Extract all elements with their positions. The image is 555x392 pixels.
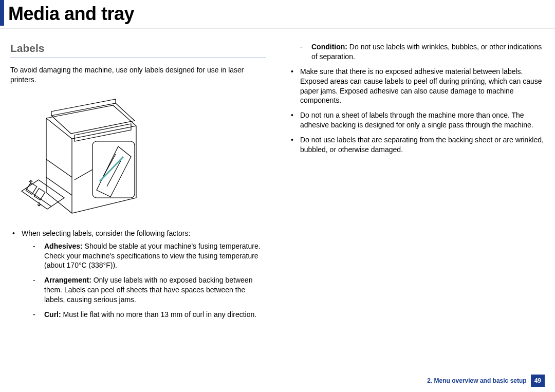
- footer-chapter: 2. Menu overview and basic setup: [427, 377, 526, 384]
- dash-icon: -: [33, 275, 44, 305]
- right-bullet-list: • Make sure that there is no exposed adh…: [289, 67, 545, 155]
- section-title: Labels: [10, 42, 266, 54]
- sub-label: Condition:: [311, 43, 347, 51]
- sub-label: Arrangement:: [44, 276, 91, 284]
- section-rule: [10, 58, 266, 58]
- svg-rect-2: [92, 141, 135, 198]
- sub-text: Must lie flat with no more than 13 mm of…: [61, 310, 257, 319]
- intro-text: To avoid damaging the machine, use only …: [10, 65, 266, 85]
- page-header: Media and tray: [0, 0, 555, 26]
- printer-illustration: [15, 90, 149, 223]
- page-title: Media and tray: [8, 3, 555, 25]
- list-item: - Curl: Must lie flat with no more than …: [33, 310, 266, 320]
- sub-label: Curl:: [44, 310, 61, 319]
- list-item: • Make sure that there is no exposed adh…: [289, 67, 545, 106]
- bullet-icon: •: [289, 135, 300, 155]
- printer-icon: [15, 90, 149, 223]
- left-bullet-list: • When selecting labels, consider the fo…: [10, 229, 266, 325]
- left-column: Labels To avoid damaging the machine, us…: [10, 42, 266, 330]
- content-columns: Labels To avoid damaging the machine, us…: [0, 42, 555, 330]
- bullet-icon: •: [289, 110, 300, 130]
- bullet-text: Do not use labels that are separating fr…: [300, 135, 545, 155]
- dash-icon: -: [33, 241, 44, 271]
- right-dash-list: - Condition: Do not use labels with wrin…: [289, 42, 545, 62]
- dash-icon: -: [300, 42, 311, 62]
- header-rule: [0, 28, 555, 29]
- bullet-icon: •: [289, 67, 300, 106]
- bullet-text: Make sure that there is no exposed adhes…: [300, 67, 545, 106]
- bullet-text: Do not run a sheet of labels through the…: [300, 110, 545, 130]
- list-item: - Adhesives: Should be stable at your ma…: [33, 241, 266, 271]
- bullet-lead: When selecting labels, consider the foll…: [22, 229, 190, 237]
- dash-list: - Adhesives: Should be stable at your ma…: [22, 241, 266, 320]
- right-column: - Condition: Do not use labels with wrin…: [289, 42, 545, 330]
- bullet-icon: •: [10, 229, 22, 325]
- list-item: • Do not run a sheet of labels through t…: [289, 110, 545, 130]
- list-item: - Arrangement: Only use labels with no e…: [33, 275, 266, 305]
- sub-label: Adhesives:: [44, 242, 83, 250]
- list-item: • When selecting labels, consider the fo…: [10, 229, 266, 325]
- page-number: 49: [531, 375, 545, 387]
- page-footer: 2. Menu overview and basic setup 49: [427, 375, 545, 387]
- list-item: • Do not use labels that are separating …: [289, 135, 545, 155]
- list-item: - Condition: Do not use labels with wrin…: [300, 42, 545, 62]
- dash-icon: -: [33, 310, 44, 320]
